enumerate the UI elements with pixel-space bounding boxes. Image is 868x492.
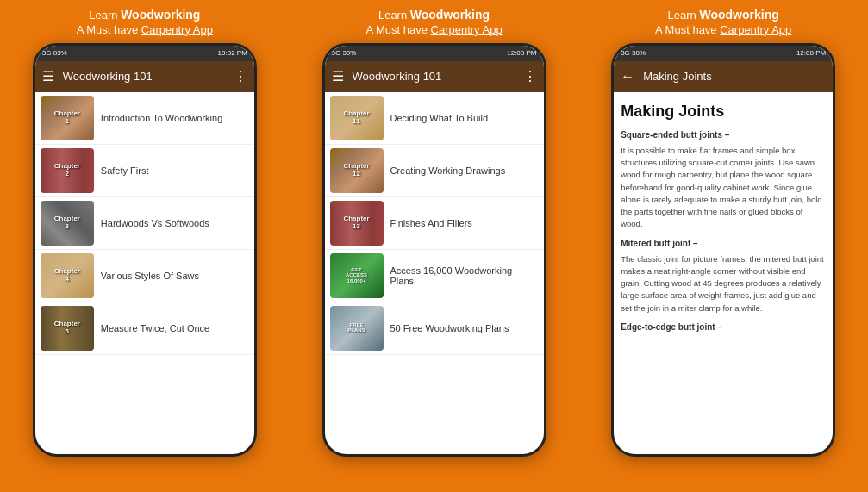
menu-icon-1[interactable]: ☰ (42, 68, 54, 84)
chapter-thumb-1-5: Chapter5 (41, 306, 94, 351)
status-bar-1: 3G 83% 10:02 PM (35, 46, 254, 61)
header-text-1: Learn Woodworking A Must have Carpentry … (77, 7, 213, 38)
chapter-title-2-5: 50 Free Woodworking Plans (390, 323, 509, 333)
chapter-list-2: Chapter11 Deciding What To Build Chapter… (325, 92, 544, 355)
chapter-title-1-2: Safety First (101, 165, 149, 176)
app-title-2: Woodworking 101 (353, 70, 515, 83)
chapter-badge-1-2: Chapter2 (54, 163, 80, 178)
app-toolbar-1: ☰ Woodworking 101 ⋮ (35, 61, 254, 92)
chapter-title-1-5: Measure Twice, Cut Once (101, 323, 209, 333)
chapter-badge-1-1: Chapter1 (54, 110, 80, 126)
chapter-thumb-1-4: Chapter4 (41, 253, 94, 298)
article-main-title: Making Joints (621, 101, 826, 122)
app-title-1: Woodworking 101 (63, 70, 225, 83)
chapter-thumb-1-3: Chapter3 (41, 201, 94, 246)
chapter-thumb-2-5: FREEPLANS (330, 306, 384, 351)
phone-frame-3: 3G 30% 12:08 PM ← Making Joints Making J… (611, 43, 835, 457)
chapter-title-2-4: Access 16,000 Woodworking Plans (390, 265, 539, 286)
phone-frame-2: 3G 30% 12:08 PM ☰ Woodworking 101 ⋮ Chap… (322, 43, 546, 457)
chapter-thumb-2-2: Chapter12 (330, 148, 384, 193)
chapter-item-2-1[interactable]: Chapter11 Deciding What To Build (325, 92, 544, 145)
status-time-1: 10:02 PM (218, 49, 247, 57)
chapter-badge-1-4: Chapter4 (54, 268, 80, 283)
status-time-3: 12:08 PM (796, 49, 826, 57)
chapter-thumb-2-3: Chapter13 (330, 201, 384, 246)
menu-icon-2[interactable]: ☰ (332, 68, 344, 84)
article-body-1: It is possible to make flat frames and s… (621, 145, 826, 231)
chapter-badge-2-5: FREEPLANS (347, 322, 365, 333)
back-toolbar-title-3: Making Joints (643, 70, 826, 83)
chapter-badge-1-5: Chapter5 (54, 321, 80, 336)
more-icon-2[interactable]: ⋮ (523, 68, 537, 84)
chapter-item-1-5[interactable]: Chapter5 Measure Twice, Cut Once (35, 302, 254, 355)
app-toolbar-2: ☰ Woodworking 101 ⋮ (325, 61, 544, 92)
chapter-badge-2-3: Chapter13 (343, 215, 369, 231)
header-text-3: Learn Woodworking A Must have Carpentry … (655, 7, 791, 38)
chapter-thumb-1-2: Chapter2 (41, 148, 94, 193)
status-left-1: 3G 83% (42, 49, 215, 57)
main-container: Learn Woodworking A Must have Carpentry … (0, 0, 868, 492)
phone-section-2: Learn Woodworking A Must have Carpentry … (290, 0, 579, 492)
chapter-title-1-1: Introduction To Woodworking (101, 113, 222, 123)
back-toolbar-3: ← Making Joints (614, 61, 833, 92)
phone-frame-1: 3G 83% 10:02 PM ☰ Woodworking 101 ⋮ Chap… (33, 43, 257, 457)
chapter-badge-2-1: Chapter11 (343, 110, 369, 126)
back-icon-3[interactable]: ← (621, 69, 634, 84)
chapter-item-2-5[interactable]: FREEPLANS 50 Free Woodworking Plans (325, 302, 544, 355)
chapter-item-2-4[interactable]: GET ACCESS16,000+ Access 16,000 Woodwork… (325, 250, 544, 302)
chapter-list-1: Chapter1 Introduction To Woodworking Cha… (35, 92, 254, 355)
article-subtitle-1: Square-ended butt joints – (621, 129, 826, 141)
more-icon-1[interactable]: ⋮ (234, 68, 247, 84)
phone-section-3: Learn Woodworking A Must have Carpentry … (578, 0, 868, 492)
status-time-2: 12:08 PM (507, 49, 536, 57)
chapter-title-2-3: Finishes And Fillers (390, 218, 472, 228)
chapter-title-2-1: Deciding What To Build (390, 113, 489, 123)
chapter-thumb-2-4: GET ACCESS16,000+ (330, 253, 384, 298)
chapter-thumb-1-1: Chapter1 (41, 96, 94, 140)
chapter-badge-2-4: GET ACCESS16,000+ (343, 267, 370, 284)
chapter-thumb-2-1: Chapter11 (330, 96, 384, 140)
phone-section-1: Learn Woodworking A Must have Carpentry … (0, 0, 290, 492)
article-subtitle-3: Edge-to-edge butt joint – (621, 321, 826, 333)
chapter-item-1-4[interactable]: Chapter4 Various Styles Of Saws (35, 250, 254, 302)
chapter-title-1-3: Hardwoods Vs Softwoods (101, 218, 209, 228)
chapter-title-2-2: Creating Working Drawings (390, 165, 506, 176)
status-left-2: 3G 30% (332, 49, 504, 57)
status-bar-2: 3G 30% 12:08 PM (325, 46, 544, 61)
chapter-item-2-3[interactable]: Chapter13 Finishes And Fillers (325, 197, 544, 250)
chapter-item-1-1[interactable]: Chapter1 Introduction To Woodworking (35, 92, 254, 145)
article-body-2: The classic joint for picture frames, th… (621, 253, 826, 315)
status-left-3: 3G 30% (621, 49, 793, 57)
chapter-item-1-3[interactable]: Chapter3 Hardwoods Vs Softwoods (35, 197, 254, 250)
article-subtitle-2: Mitered butt joint – (621, 238, 826, 250)
chapter-badge-2-2: Chapter12 (343, 163, 369, 178)
chapter-item-2-2[interactable]: Chapter12 Creating Working Drawings (325, 145, 544, 197)
chapter-badge-1-3: Chapter3 (54, 215, 80, 231)
header-text-2: Learn Woodworking A Must have Carpentry … (365, 7, 502, 38)
status-bar-3: 3G 30% 12:08 PM (614, 46, 833, 61)
chapter-title-1-4: Various Styles Of Saws (101, 271, 199, 281)
article-view-3: Making Joints Square-ended butt joints –… (614, 92, 833, 346)
chapter-item-1-2[interactable]: Chapter2 Safety First (35, 145, 254, 197)
